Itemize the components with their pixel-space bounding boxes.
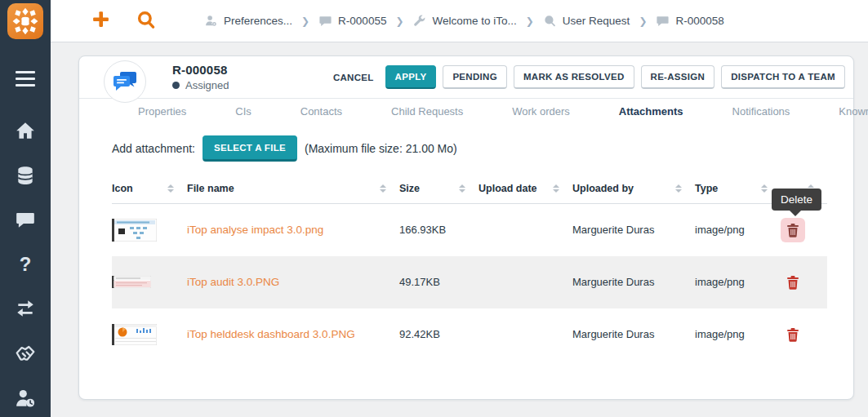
handshake-icon[interactable]: [15, 342, 36, 363]
re-assign-button[interactable]: RE-ASSIGN: [641, 65, 715, 89]
object-header: R-000058 Assigned CANCEL APPLY PENDING M…: [79, 56, 853, 99]
breadcrumb-item-welcome[interactable]: Welcome to iTo...: [412, 14, 516, 28]
select-file-button[interactable]: SELECT A FILE: [203, 135, 297, 162]
attachment-thumbnail[interactable]: [112, 276, 151, 288]
column-label: Uploaded by: [572, 183, 634, 194]
wrench-icon: [412, 14, 426, 28]
file-type: image/png: [695, 256, 781, 308]
attachments-table: Icon File name Size Upload date Uploaded…: [112, 175, 827, 361]
action-buttons: CANCEL APPLY PENDING MARK AS RESOLVED RE…: [328, 65, 853, 89]
column-header-icon[interactable]: Icon: [112, 175, 187, 204]
attachment-thumbnail[interactable]: [112, 219, 157, 242]
file-size: 49.17KB: [399, 256, 479, 308]
chat-bubbles-icon: [112, 70, 138, 93]
trash-icon: [786, 223, 799, 237]
attachments-panel: Add attachment: SELECT A FILE (Maximum f…: [79, 124, 853, 361]
breadcrumb-separator: ❯: [526, 16, 534, 27]
svg-text:?: ?: [20, 254, 32, 275]
object-details-card: R-000058 Assigned CANCEL APPLY PENDING M…: [78, 55, 854, 400]
delete-attachment-button[interactable]: [781, 270, 805, 295]
file-size: 92.42KB: [399, 308, 479, 361]
tab-attachments[interactable]: Attachments: [594, 105, 708, 118]
breadcrumb-separator: ❯: [301, 16, 309, 27]
tab-cis[interactable]: CIs: [211, 105, 276, 118]
help-icon[interactable]: ?: [15, 254, 36, 275]
max-file-size-note: (Maximum file size: 21.00 Mo): [305, 142, 457, 155]
tab-bar: Properties CIs Contacts Child Requests W…: [79, 99, 853, 124]
breadcrumb-label: R-000055: [338, 15, 386, 27]
quick-create-icon[interactable]: [91, 9, 111, 33]
column-label: Icon: [112, 183, 133, 194]
delete-tooltip: Delete: [772, 189, 821, 211]
delete-attachment-button[interactable]: [781, 218, 805, 242]
cancel-button[interactable]: CANCEL: [328, 67, 379, 88]
tab-child-requests[interactable]: Child Requests: [367, 105, 487, 118]
file-type: image/png: [695, 308, 781, 361]
user-gear-icon: [204, 14, 218, 28]
breadcrumb-label: Preferences...: [224, 15, 292, 27]
title-block: R-000058 Assigned: [172, 63, 229, 91]
tab-contacts[interactable]: Contacts: [276, 105, 367, 118]
menu-toggle-button[interactable]: [15, 68, 36, 89]
status-dot: [172, 82, 180, 89]
tab-work-orders[interactable]: Work orders: [487, 105, 594, 118]
tab-known-errors[interactable]: Known Errors: [814, 105, 868, 118]
breadcrumb: Preferences... ❯ R-000055 ❯ Welcome to i…: [204, 14, 724, 28]
column-label: Upload date: [479, 183, 537, 194]
file-name-link[interactable]: iTop audit 3.0.PNG: [187, 276, 279, 288]
chat-icon: [656, 14, 670, 28]
chat-icon[interactable]: [15, 209, 36, 230]
delete-attachment-button[interactable]: [781, 322, 805, 347]
breadcrumb-item-r000055[interactable]: R-000055: [318, 14, 386, 28]
database-icon[interactable]: [15, 165, 36, 186]
tab-notifications[interactable]: Notifications: [708, 105, 815, 118]
column-header-uploaded-by[interactable]: Uploaded by: [572, 175, 695, 204]
tab-properties[interactable]: Properties: [114, 105, 211, 118]
table-header-row: Icon File name Size Upload date Uploaded…: [112, 175, 827, 204]
column-header-size[interactable]: Size: [399, 175, 479, 204]
upload-date: [479, 204, 572, 256]
breadcrumb-item-user-request[interactable]: User Request: [543, 14, 630, 28]
add-attachment-label: Add attachment:: [112, 142, 195, 155]
column-label: Size: [399, 183, 420, 194]
file-name-link[interactable]: iTop helddesk dashboard 3.0.PNG: [187, 328, 355, 340]
trash-icon: [786, 327, 799, 342]
breadcrumb-item-preferences[interactable]: Preferences...: [204, 14, 292, 28]
uploaded-by: Marguerite Duras: [572, 204, 695, 256]
column-header-type[interactable]: Type: [695, 175, 781, 204]
breadcrumb-separator: ❯: [639, 16, 647, 27]
home-icon[interactable]: [15, 120, 36, 141]
uploaded-by: Marguerite Duras: [572, 256, 695, 308]
pending-button[interactable]: PENDING: [443, 65, 507, 89]
file-size: 166.93KB: [399, 204, 479, 256]
transfer-arrows-icon[interactable]: [15, 298, 36, 319]
dispatch-to-team-button[interactable]: DISPATCH TO A TEAM: [721, 65, 845, 89]
page-title: R-000058: [172, 63, 229, 77]
breadcrumb-separator: ❯: [395, 16, 403, 27]
upload-date: [479, 308, 572, 361]
file-type: image/png: [695, 204, 781, 256]
attachment-thumbnail[interactable]: [112, 324, 157, 345]
itop-logo[interactable]: [7, 3, 43, 39]
breadcrumb-item-r000058[interactable]: R-000058: [656, 14, 723, 28]
search-icon: [543, 14, 557, 28]
sort-icon[interactable]: [167, 184, 174, 193]
breadcrumb-label: R-000058: [675, 15, 723, 27]
column-label: File name: [187, 183, 234, 194]
table-row: iTop helddesk dashboard 3.0.PNG 92.42KB …: [112, 308, 827, 361]
sort-icon[interactable]: [380, 184, 386, 193]
global-search-icon[interactable]: [136, 9, 157, 33]
column-header-file-name[interactable]: File name: [187, 175, 399, 204]
column-header-upload-date[interactable]: Upload date: [479, 175, 572, 204]
sort-icon[interactable]: [761, 184, 768, 193]
upload-date: [479, 256, 572, 308]
apply-button[interactable]: APPLY: [385, 65, 437, 89]
file-name-link[interactable]: iTop analyse impact 3.0.png: [187, 224, 323, 236]
sort-icon[interactable]: [553, 184, 559, 193]
user-request-avatar: [104, 60, 146, 103]
user-time-icon[interactable]: [15, 388, 36, 409]
sort-icon[interactable]: [459, 184, 465, 193]
itop-logo-icon: [9, 5, 42, 38]
sort-icon[interactable]: [675, 184, 682, 193]
mark-as-resolved-button[interactable]: MARK AS RESOLVED: [514, 65, 634, 89]
